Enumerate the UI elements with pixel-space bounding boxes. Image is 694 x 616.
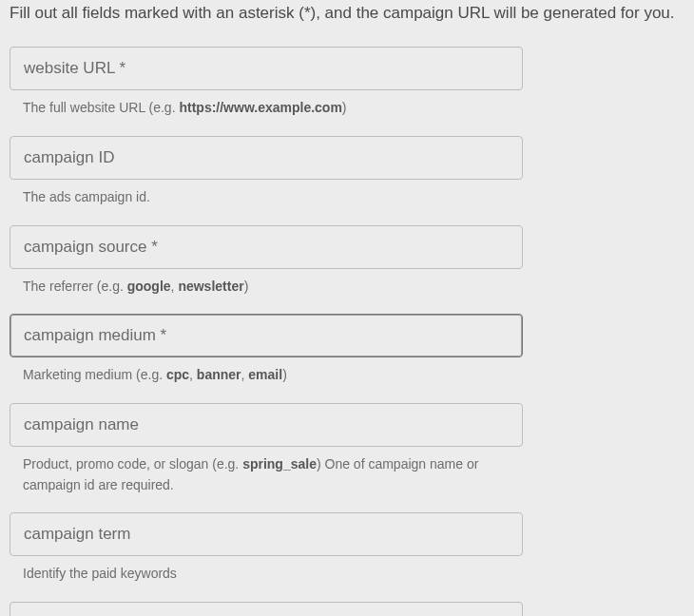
field-campaign-source: The referrer (e.g. google, newsletter): [10, 225, 523, 298]
intro-text: Fill out all fields marked with an aster…: [10, 1, 684, 26]
campaign-term-input[interactable]: [10, 512, 523, 556]
campaign-name-input[interactable]: [10, 403, 523, 447]
campaign-name-helper: Product, promo code, or slogan (e.g. spr…: [23, 454, 523, 495]
field-campaign-id: The ads campaign id.: [10, 136, 523, 208]
campaign-source-input[interactable]: [10, 225, 523, 269]
field-campaign-content: Use to differentiate ads: [10, 602, 523, 616]
field-website-url: The full website URL (e.g. https://www.e…: [10, 47, 523, 119]
field-campaign-term: Identify the paid keywords: [10, 512, 523, 585]
website-url-helper: The full website URL (e.g. https://www.e…: [23, 98, 523, 119]
field-campaign-name: Product, promo code, or slogan (e.g. spr…: [10, 403, 523, 495]
campaign-medium-helper: Marketing medium (e.g. cpc, banner, emai…: [23, 365, 523, 386]
campaign-content-input[interactable]: [10, 602, 523, 616]
campaign-id-helper: The ads campaign id.: [23, 187, 523, 208]
campaign-medium-input[interactable]: [10, 314, 523, 357]
field-campaign-medium: Marketing medium (e.g. cpc, banner, emai…: [10, 314, 523, 386]
campaign-source-helper: The referrer (e.g. google, newsletter): [23, 277, 523, 298]
campaign-id-input[interactable]: [10, 136, 523, 180]
website-url-input[interactable]: [10, 47, 523, 90]
campaign-term-helper: Identify the paid keywords: [23, 564, 523, 585]
